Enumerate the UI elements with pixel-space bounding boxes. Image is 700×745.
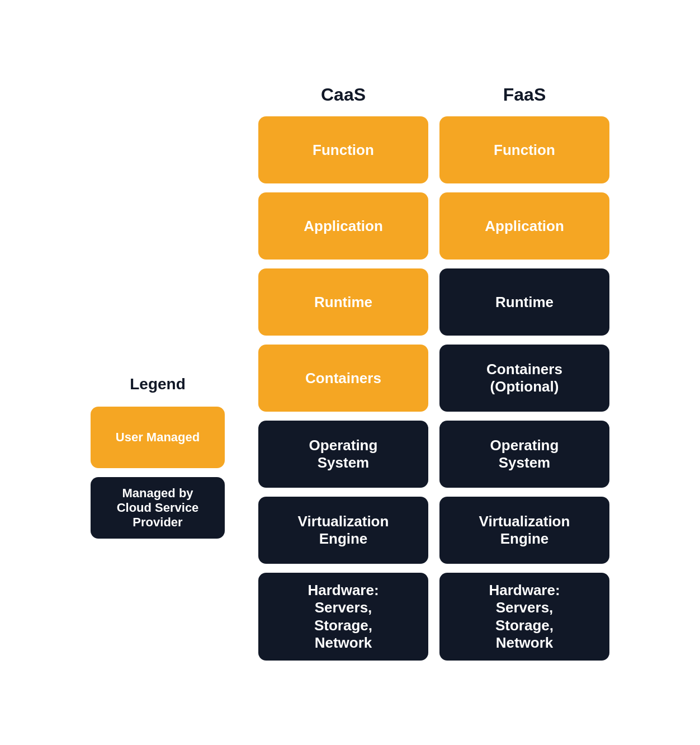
row-hardware: Hardware:Servers,Storage,Network Hardwar…: [258, 573, 609, 661]
cell-faas-virtualization: VirtualizationEngine: [439, 497, 609, 564]
row-os: OperatingSystem OperatingSystem: [258, 421, 609, 488]
cell-caas-hardware: Hardware:Servers,Storage,Network: [258, 573, 428, 661]
cell-caas-function: Function: [258, 116, 428, 183]
cell-caas-os: OperatingSystem: [258, 421, 428, 488]
cell-faas-containers: Containers(Optional): [439, 345, 609, 412]
cell-faas-runtime: Runtime: [439, 268, 609, 336]
main-content: Legend User Managed Managed byCloud Serv…: [34, 84, 666, 661]
legend-section: Legend User Managed Managed byCloud Serv…: [91, 375, 225, 539]
row-application: Application Application: [258, 192, 609, 260]
row-function: Function Function: [258, 116, 609, 183]
cell-faas-application: Application: [439, 192, 609, 260]
column-headers: CaaS FaaS: [258, 84, 609, 105]
legend-user-managed-label: User Managed: [116, 430, 200, 445]
column-header-faas: FaaS: [439, 84, 609, 105]
row-containers: Containers Containers(Optional): [258, 345, 609, 412]
page-container: Legend User Managed Managed byCloud Serv…: [0, 62, 700, 683]
cell-caas-containers: Containers: [258, 345, 428, 412]
grid-section: CaaS FaaS Function Function Application …: [258, 84, 609, 661]
row-runtime: Runtime Runtime: [258, 268, 609, 336]
legend-cloud-managed: Managed byCloud ServiceProvider: [91, 477, 225, 539]
legend-title: Legend: [130, 375, 186, 393]
cell-caas-application: Application: [258, 192, 428, 260]
row-virtualization: VirtualizationEngine VirtualizationEngin…: [258, 497, 609, 564]
cell-faas-function: Function: [439, 116, 609, 183]
legend-cloud-managed-label: Managed byCloud ServiceProvider: [117, 486, 199, 530]
cell-caas-virtualization: VirtualizationEngine: [258, 497, 428, 564]
column-header-caas: CaaS: [258, 84, 428, 105]
cell-faas-os: OperatingSystem: [439, 421, 609, 488]
cell-caas-runtime: Runtime: [258, 268, 428, 336]
cell-faas-hardware: Hardware:Servers,Storage,Network: [439, 573, 609, 661]
legend-user-managed: User Managed: [91, 407, 225, 468]
grid-rows: Function Function Application Applicatio…: [258, 116, 609, 661]
